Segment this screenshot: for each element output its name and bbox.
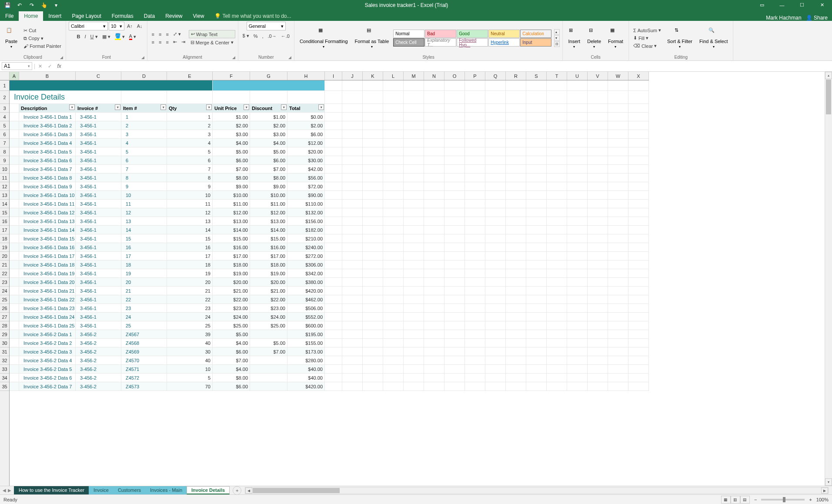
table-cell[interactable]: 3-456-2 — [76, 365, 121, 374]
row-header-32[interactable]: 32 — [0, 356, 9, 365]
table-cell[interactable]: 15 — [121, 234, 167, 243]
table-cell[interactable]: $7.00 — [213, 165, 250, 174]
table-cell[interactable]: $6.00 — [287, 130, 325, 139]
table-cell[interactable]: Invoice 3-456-1 Data 24 — [19, 313, 76, 321]
column-header-R[interactable]: R — [506, 72, 526, 80]
column-header-I[interactable]: I — [325, 72, 342, 80]
table-header-qty[interactable]: Qty▾ — [167, 104, 213, 113]
table-cell[interactable]: $6.00 — [213, 382, 250, 391]
table-cell[interactable]: 3-456-2 — [76, 382, 121, 391]
table-cell[interactable]: 3-456-1 — [76, 260, 121, 269]
table-cell[interactable]: 13 — [167, 217, 213, 226]
table-cell[interactable]: 3-456-1 — [76, 147, 121, 156]
column-header-C[interactable]: C — [76, 72, 121, 80]
fill-color-icon[interactable]: 🪣 ▾ — [113, 32, 127, 41]
table-cell[interactable]: $156.00 — [287, 217, 325, 226]
vertical-scrollbar[interactable]: ▴ ▾ — [825, 72, 832, 486]
table-header-invoice[interactable]: Invoice #▾ — [76, 104, 121, 113]
cell-style-checkcell[interactable]: Check Cell — [393, 38, 424, 47]
zoom-in-icon[interactable]: + — [809, 497, 812, 502]
table-cell[interactable]: $280.00 — [287, 356, 325, 365]
table-cell[interactable]: Z4571 — [121, 365, 167, 374]
tab-insert[interactable]: Insert — [43, 11, 67, 21]
table-cell[interactable]: $14.00 — [213, 226, 250, 234]
autosum-button[interactable]: Σ AutoSum ▾ — [632, 27, 663, 34]
row-header-2[interactable]: 2 — [0, 91, 9, 104]
table-cell[interactable]: 21 — [121, 287, 167, 295]
sheet-tab-invoice-details[interactable]: Invoice Details — [187, 486, 230, 494]
table-header-unitprice[interactable]: Unit Price▾ — [213, 104, 250, 113]
dialog-launcher-icon[interactable]: ◢ — [141, 55, 144, 60]
column-header-M[interactable]: M — [404, 72, 424, 80]
table-cell[interactable]: $9.00 — [250, 182, 287, 191]
table-cell[interactable]: 24 — [167, 313, 213, 321]
scroll-left-icon[interactable]: ◀ — [245, 487, 252, 494]
scroll-right-icon[interactable]: ▶ — [821, 487, 828, 494]
row-header-22[interactable]: 22 — [0, 269, 9, 278]
table-cell[interactable]: 2 — [121, 121, 167, 130]
table-cell[interactable]: Invoice 3-456-1 Data 2 — [19, 121, 76, 130]
increase-font-icon[interactable]: A↑ — [125, 23, 134, 30]
table-cell[interactable]: Invoice 3-456-1 Data 17 — [19, 252, 76, 260]
table-cell[interactable]: 3 — [121, 130, 167, 139]
comma-format-icon[interactable]: , — [260, 33, 265, 40]
filter-button[interactable]: ▾ — [244, 104, 249, 110]
table-cell[interactable]: Invoice 3-456-2 Data 4 — [19, 356, 76, 365]
tell-me-input[interactable]: 💡 Tell me what you want to do... — [209, 11, 296, 21]
table-cell[interactable]: Invoice 3-456-1 Data 21 — [19, 287, 76, 295]
table-cell[interactable]: Invoice 3-456-1 Data 13 — [19, 217, 76, 226]
table-cell[interactable]: 20 — [167, 278, 213, 287]
table-cell[interactable]: $600.00 — [287, 321, 325, 330]
row-header-35[interactable]: 35 — [0, 382, 9, 391]
table-header-discount[interactable]: Discount▾ — [250, 104, 287, 113]
row-header-25[interactable]: 25 — [0, 295, 9, 304]
row-header-13[interactable]: 13 — [0, 191, 9, 200]
column-header-V[interactable]: V — [588, 72, 608, 80]
column-header-F[interactable]: F — [213, 72, 250, 80]
table-cell[interactable]: $25.00 — [213, 321, 250, 330]
table-cell[interactable]: 3-456-1 — [76, 226, 121, 234]
table-cell[interactable]: Invoice 3-456-1 Data 8 — [19, 174, 76, 182]
page-layout-view-icon[interactable]: ▥ — [731, 496, 740, 504]
table-cell[interactable]: 23 — [167, 304, 213, 313]
table-cell[interactable]: $552.00 — [287, 313, 325, 321]
sheet-tab-invoice[interactable]: Invoice — [89, 486, 114, 494]
insert-cells-button[interactable]: ⊞Insert▾ — [565, 27, 583, 50]
table-cell[interactable]: $42.00 — [287, 165, 325, 174]
tab-home[interactable]: Home — [19, 11, 43, 21]
decrease-font-icon[interactable]: A↓ — [135, 23, 144, 30]
row-header-6[interactable]: 6 — [0, 130, 9, 139]
cell-style-calculation[interactable]: Calculation — [520, 30, 551, 38]
table-cell[interactable]: $1.00 — [213, 113, 250, 121]
cell-style-good[interactable]: Good — [457, 30, 488, 38]
table-cell[interactable]: Invoice 3-456-1 Data 18 — [19, 260, 76, 269]
column-header-U[interactable]: U — [567, 72, 588, 80]
row-header-3[interactable]: 3 — [0, 104, 9, 113]
cell-style-neutral[interactable]: Neutral — [488, 30, 520, 38]
table-cell[interactable]: 7 — [167, 165, 213, 174]
bold-button[interactable]: B — [75, 33, 82, 40]
row-header-7[interactable]: 7 — [0, 139, 9, 147]
table-cell[interactable]: Invoice 3-456-2 Data 5 — [19, 365, 76, 374]
column-header-N[interactable]: N — [424, 72, 444, 80]
table-cell[interactable]: $3.00 — [213, 130, 250, 139]
row-header-29[interactable]: 29 — [0, 330, 9, 339]
table-cell[interactable]: $90.00 — [287, 191, 325, 200]
format-as-table-button[interactable]: ▤Format as Table▾ — [352, 27, 392, 50]
zoom-out-icon[interactable]: − — [754, 497, 757, 502]
font-name-select[interactable]: Calibri▾ — [69, 22, 108, 30]
table-cell[interactable]: $5.00 — [213, 330, 250, 339]
table-cell[interactable]: 25 — [167, 321, 213, 330]
table-cell[interactable]: $2.00 — [287, 121, 325, 130]
table-cell[interactable]: $30.00 — [287, 156, 325, 165]
table-cell[interactable]: 39 — [167, 330, 213, 339]
name-box[interactable]: A1▾ — [2, 62, 32, 70]
row-header-8[interactable]: 8 — [0, 147, 9, 156]
merge-center-button[interactable]: ⊟ Merge & Center ▾ — [189, 39, 235, 46]
table-cell[interactable]: $15.00 — [250, 234, 287, 243]
table-cell[interactable]: $22.00 — [250, 295, 287, 304]
table-cell[interactable]: Z4568 — [121, 339, 167, 347]
table-cell[interactable]: $40.00 — [287, 374, 325, 382]
table-cell[interactable]: $23.00 — [250, 304, 287, 313]
table-cell[interactable]: $13.00 — [213, 217, 250, 226]
